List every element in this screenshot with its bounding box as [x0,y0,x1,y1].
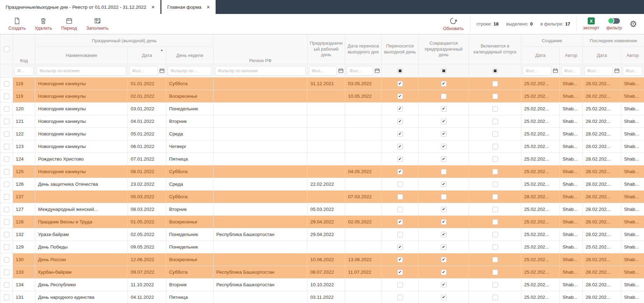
transferred-checkbox[interactable]: ✔ [397,244,403,250]
table-row[interactable]: 121Новогодние каникулы04.01.2022Вторник✔… [0,115,644,128]
filter-date-input[interactable] [129,66,158,76]
in-vacation-checkbox[interactable] [492,119,498,124]
shortened-checkbox[interactable]: ✔ [441,182,447,187]
in-vacation-checkbox[interactable] [492,194,498,200]
row-select-checkbox[interactable] [4,219,9,225]
in-vacation-checkbox[interactable] [492,232,498,237]
export-button[interactable]: X экспорт [583,17,599,30]
table-row[interactable]: 130День России12.06.2022Воскресенье10.06… [0,253,644,266]
filter-weekday-input[interactable] [168,66,212,76]
toggle-icon[interactable] [608,18,620,24]
shortened-checkbox[interactable] [441,169,447,175]
create-button[interactable]: Создать [8,17,26,31]
row-select-checkbox[interactable] [4,94,9,99]
col-header-in-vacation[interactable]: Включается в календарный отпуск [469,35,521,64]
row-select-checkbox[interactable] [4,119,9,124]
in-vacation-checkbox[interactable] [492,144,498,149]
table-row[interactable]: 134День Республики11.10.2022ВторникРеспу… [0,279,644,291]
row-select-checkbox[interactable] [4,244,9,250]
in-vacation-checkbox[interactable] [492,169,498,175]
table-row[interactable]: 122Новогодние каникулы05.01.2022Среда✔✔2… [0,128,644,140]
in-vacation-checkbox[interactable] [492,94,498,99]
filter-transfer-date-input[interactable] [347,66,373,76]
col-header-shortened[interactable]: Сокращается предпраздничный день [419,35,469,64]
row-select-checkbox[interactable] [4,257,9,263]
close-icon[interactable]: ✕ [151,5,155,10]
in-vacation-checkbox[interactable] [492,207,498,212]
col-header-modified-author[interactable]: Автор [621,47,644,64]
transferred-checkbox[interactable]: ✔ [397,257,403,263]
table-row[interactable]: 133Курбан-байрам09.07.2022СубботаРеспубл… [0,266,644,279]
row-select-checkbox[interactable] [4,169,9,175]
in-vacation-checkbox[interactable] [492,269,498,275]
transferred-checkbox[interactable] [397,282,403,288]
row-select-checkbox[interactable] [4,269,9,275]
filter-modified-author-input[interactable] [623,66,643,76]
shortened-checkbox[interactable]: ✔ [441,81,447,87]
row-select-checkbox[interactable] [4,156,9,162]
transferred-checkbox[interactable] [397,295,403,300]
col-header-preholiday[interactable]: Предпраздничный рабочий день [307,35,345,64]
table-row[interactable]: 127Международный женский...08.03.2022Вто… [0,203,644,216]
row-select-checkbox[interactable] [4,295,9,300]
col-header-modified-date[interactable]: Дата [583,47,621,64]
filter-shortened-checkbox[interactable] [441,68,447,74]
shortened-checkbox[interactable]: ✔ [441,232,447,237]
row-select-checkbox[interactable] [4,194,9,200]
close-icon[interactable]: ✕ [206,5,210,10]
transferred-checkbox[interactable]: ✔ [397,219,403,225]
shortened-checkbox[interactable]: ✔ [441,295,447,300]
tab-holidays-registry[interactable]: Праздничные/выходные дни - Реестр от 01.… [0,0,160,14]
table-row[interactable]: 119Новогодние каникулы02.01.2022Воскресе… [0,90,644,103]
shortened-checkbox[interactable]: ✔ [441,207,447,212]
in-vacation-checkbox[interactable] [492,156,498,162]
shortened-checkbox[interactable]: ✔ [441,244,447,250]
fill-button[interactable]: Заполнить [86,17,109,31]
calendar-icon[interactable] [338,68,343,73]
in-vacation-checkbox[interactable] [492,81,498,87]
col-header-name[interactable]: Наименование [35,47,128,64]
filter-code-input[interactable] [14,66,34,76]
shortened-checkbox[interactable]: ✔ [441,269,447,275]
refresh-button[interactable]: Обновить [443,17,464,31]
shortened-checkbox[interactable]: ✔ [441,106,447,112]
table-row[interactable]: 13705.03.2022Суббота07.03.202228.02.202.… [0,191,644,203]
in-vacation-checkbox[interactable] [492,295,498,300]
in-vacation-checkbox[interactable] [492,244,498,250]
table-row[interactable]: 118Новогодние каникулы01.01.2022Суббота3… [0,77,644,90]
shortened-checkbox[interactable]: ✔ [441,144,447,149]
shortened-checkbox[interactable]: ✔ [441,282,447,288]
calendar-icon[interactable] [614,68,620,73]
col-header-code[interactable]: Код [13,35,35,64]
table-row[interactable]: 128Праздник Весны и Труда01.05.2022Воскр… [0,216,644,228]
shortened-checkbox[interactable]: ✔ [441,156,447,162]
shortened-checkbox[interactable]: ✔ [441,219,447,225]
in-vacation-checkbox[interactable] [492,282,498,288]
col-header-transfer-date[interactable]: Дата переноса выходного дня [345,35,382,64]
col-header-created-date[interactable]: Дата [521,47,560,64]
calendar-icon[interactable] [159,68,165,73]
table-row[interactable]: 126День защитника Отечества23.02.2022Сре… [0,178,644,191]
calendar-icon[interactable] [553,68,558,73]
table-row[interactable]: 125Новогодние каникулы08.01.2022Суббота0… [0,165,644,178]
transferred-checkbox[interactable]: ✔ [397,94,403,99]
delete-button[interactable]: Удалить [35,17,52,31]
shortened-checkbox[interactable] [441,194,447,200]
row-select-checkbox[interactable] [4,182,9,187]
col-header-weekday[interactable]: День недели [166,47,214,64]
col-header-date[interactable]: Дата▲ [128,47,166,64]
shortened-checkbox[interactable]: ✔ [441,257,447,263]
transferred-checkbox[interactable] [397,232,403,237]
in-vacation-checkbox[interactable] [492,219,498,225]
table-row[interactable]: 123Новогодние каникулы06.01.2022Четверг✔… [0,140,644,153]
filter-modified-date-input[interactable] [584,66,613,76]
row-select-checkbox[interactable] [4,207,9,212]
transferred-checkbox[interactable] [397,182,403,187]
transferred-checkbox[interactable] [397,194,403,200]
tab-main-form[interactable]: Главная форма ✕ [161,0,216,14]
row-select-checkbox[interactable] [4,232,9,237]
shortened-checkbox[interactable]: ✔ [441,119,447,124]
filter-in-vacation-checkbox[interactable] [492,68,498,74]
col-header-transferred[interactable]: Переносится выходной день [382,35,419,64]
filter-preholiday-input[interactable] [309,66,337,76]
